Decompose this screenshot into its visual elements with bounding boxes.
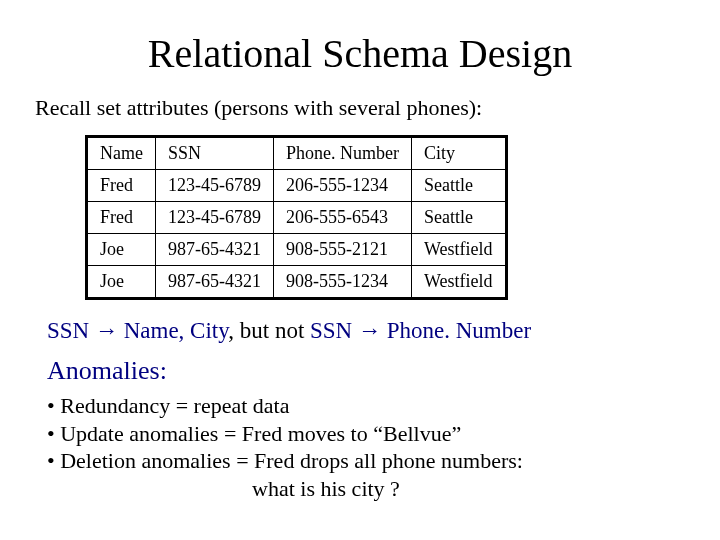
cell: Seattle	[411, 170, 506, 202]
cell: Westfield	[411, 234, 506, 266]
list-item-continuation: what is his city ?	[252, 475, 685, 503]
cell: 987-65-4321	[155, 234, 273, 266]
col-header: Phone. Number	[273, 137, 411, 170]
cell: 987-65-4321	[155, 266, 273, 299]
cell: 123-45-6789	[155, 202, 273, 234]
subtitle: Recall set attributes (persons with seve…	[35, 95, 685, 121]
list-item: • Update anomalies = Fred moves to “Bell…	[47, 420, 685, 448]
functional-dependency: SSN → Name, City, but not SSN → Phone. N…	[47, 318, 685, 344]
cell: 206-555-6543	[273, 202, 411, 234]
cell: Westfield	[411, 266, 506, 299]
cell: Seattle	[411, 202, 506, 234]
table-header-row: Name SSN Phone. Number City	[87, 137, 507, 170]
table-row: Joe 987-65-4321 908-555-2121 Westfield	[87, 234, 507, 266]
anomalies-heading: Anomalies:	[47, 356, 685, 386]
arrow-icon: →	[358, 318, 381, 343]
fd-lhs2: SSN	[310, 318, 358, 343]
cell: 908-555-2121	[273, 234, 411, 266]
list-item: • Redundancy = repeat data	[47, 392, 685, 420]
col-header: City	[411, 137, 506, 170]
fd-but: but not	[240, 318, 310, 343]
fd-rhs2: Phone. Number	[381, 318, 531, 343]
arrow-icon: →	[95, 318, 118, 343]
cell: Fred	[87, 170, 156, 202]
fd-sep: ,	[228, 318, 240, 343]
list-item: • Deletion anomalies = Fred drops all ph…	[47, 447, 685, 475]
cell: 908-555-1234	[273, 266, 411, 299]
cell: 123-45-6789	[155, 170, 273, 202]
col-header: SSN	[155, 137, 273, 170]
col-header: Name	[87, 137, 156, 170]
anomalies-list: • Redundancy = repeat data • Update anom…	[47, 392, 685, 502]
data-table: Name SSN Phone. Number City Fred 123-45-…	[85, 135, 508, 300]
table-row: Fred 123-45-6789 206-555-1234 Seattle	[87, 170, 507, 202]
table-row: Fred 123-45-6789 206-555-6543 Seattle	[87, 202, 507, 234]
fd-lhs: SSN	[47, 318, 95, 343]
page-title: Relational Schema Design	[35, 30, 685, 77]
fd-rhs: Name, City	[118, 318, 228, 343]
cell: 206-555-1234	[273, 170, 411, 202]
cell: Fred	[87, 202, 156, 234]
table-row: Joe 987-65-4321 908-555-1234 Westfield	[87, 266, 507, 299]
cell: Joe	[87, 234, 156, 266]
cell: Joe	[87, 266, 156, 299]
